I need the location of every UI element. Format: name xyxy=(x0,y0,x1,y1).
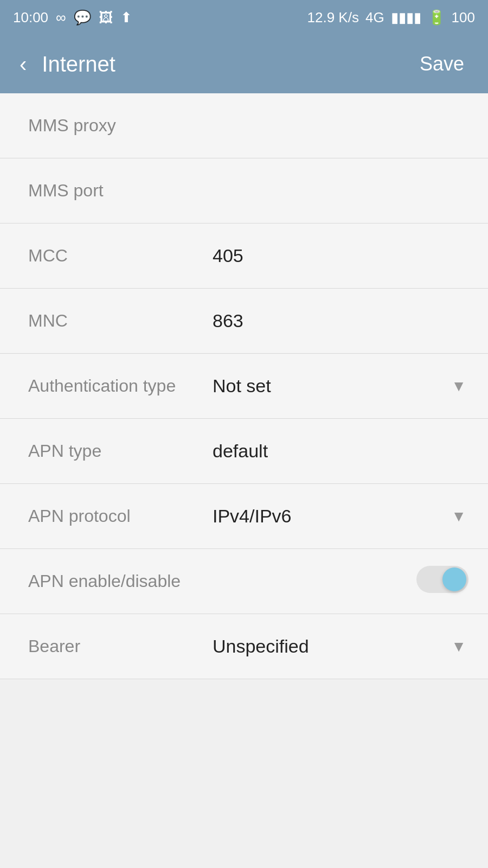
message-icon: 💬 xyxy=(74,9,91,26)
chevron-down-icon-bearer: ▼ xyxy=(451,638,466,655)
setting-label-apn-enable: APN enable/disable xyxy=(28,571,213,591)
chevron-down-icon-auth-type: ▼ xyxy=(451,378,466,395)
toolbar: ‹ Internet Save xyxy=(0,35,488,93)
back-button[interactable]: ‹ xyxy=(15,48,31,81)
setting-row-mms-proxy[interactable]: MMS proxy xyxy=(0,93,488,158)
setting-value-apn-type: default xyxy=(213,441,460,462)
toggle-apn-enable[interactable] xyxy=(416,566,468,597)
network-type: 4G xyxy=(365,9,384,26)
chevron-down-icon-apn-protocol: ▼ xyxy=(451,508,466,525)
setting-row-bearer[interactable]: BearerUnspecified▼ xyxy=(0,614,488,679)
settings-list: MMS proxyMMS portMCC405MNC863Authenticat… xyxy=(0,93,488,679)
setting-row-apn-protocol[interactable]: APN protocolIPv4/IPv6▼ xyxy=(0,484,488,549)
status-bar: 10:00 ∞ 💬 🖼 ⬆ 12.9 K/s 4G ▮▮▮▮ 🔋 100 xyxy=(0,0,488,35)
setting-value-mcc: 405 xyxy=(213,245,460,266)
status-time: 10:00 xyxy=(13,9,48,26)
setting-value-bearer: Unspecified xyxy=(213,636,460,657)
setting-row-apn-enable[interactable]: APN enable/disable xyxy=(0,549,488,614)
setting-label-apn-protocol: APN protocol xyxy=(28,506,213,526)
setting-row-mms-port[interactable]: MMS port xyxy=(0,158,488,224)
setting-value-apn-protocol: IPv4/IPv6 xyxy=(213,506,460,527)
status-left: 10:00 ∞ 💬 🖼 ⬆ xyxy=(13,9,132,26)
infinity-icon: ∞ xyxy=(56,9,66,26)
upload-icon: ⬆ xyxy=(120,9,132,26)
network-speed: 12.9 K/s xyxy=(307,9,359,26)
setting-label-mcc: MCC xyxy=(28,246,213,266)
setting-value-auth-type: Not set xyxy=(213,375,460,397)
toggle-knob-apn-enable xyxy=(442,567,466,591)
setting-label-mms-proxy: MMS proxy xyxy=(28,116,213,136)
battery-icon: 🔋 xyxy=(428,9,445,26)
save-button[interactable]: Save xyxy=(411,48,473,80)
signal-icon: ▮▮▮▮ xyxy=(391,9,421,26)
setting-label-bearer: Bearer xyxy=(28,636,213,656)
setting-label-mms-port: MMS port xyxy=(28,181,213,201)
setting-row-auth-type[interactable]: Authentication typeNot set▼ xyxy=(0,354,488,419)
battery-level: 100 xyxy=(452,9,475,26)
setting-label-auth-type: Authentication type xyxy=(28,376,213,396)
setting-value-mnc: 863 xyxy=(213,310,460,331)
setting-row-apn-type[interactable]: APN typedefault xyxy=(0,419,488,484)
page-title: Internet xyxy=(42,52,411,76)
setting-row-mcc[interactable]: MCC405 xyxy=(0,224,488,289)
setting-label-mnc: MNC xyxy=(28,311,213,331)
image-icon: 🖼 xyxy=(99,9,113,26)
toggle-track-apn-enable xyxy=(416,566,468,593)
status-right: 12.9 K/s 4G ▮▮▮▮ 🔋 100 xyxy=(307,9,475,26)
setting-row-mnc[interactable]: MNC863 xyxy=(0,289,488,354)
setting-label-apn-type: APN type xyxy=(28,441,213,461)
